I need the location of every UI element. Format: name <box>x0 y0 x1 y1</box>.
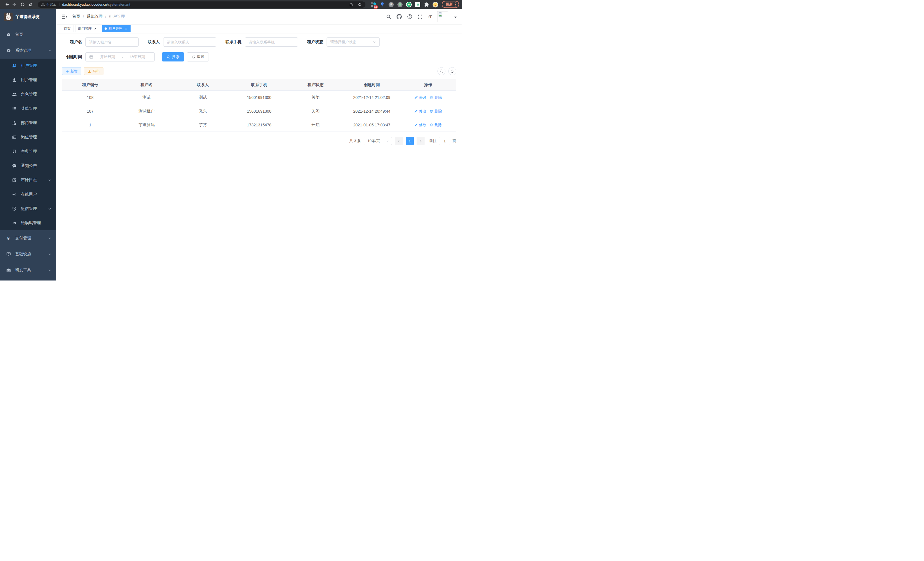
tenant-page: 租户名 联系人 联系手机 租户状态 请选择租户状态 <box>56 33 462 281</box>
sidebar: 芋道管理系统 首页 系统管理 租户管理 用户管理 角色管理 菜单管理 部门管理 … <box>0 9 56 281</box>
sidebar-item-audit-log[interactable]: 审计日志 <box>0 173 56 187</box>
table-row: 108 测试 测试 15601691300 关闭 2021-12-14 21:0… <box>62 91 456 104</box>
tenant-name-input[interactable] <box>89 38 135 46</box>
share-icon[interactable] <box>349 3 353 7</box>
table-header: 租户编号 租户名 联系人 联系手机 租户状态 创建时间 操作 <box>62 79 456 91</box>
breadcrumb-home[interactable]: 首页 <box>72 14 80 19</box>
delete-link[interactable]: 删除 <box>430 109 442 114</box>
tab-tenant[interactable]: 租户管理 <box>102 25 130 32</box>
extension-recorder-icon[interactable] <box>397 2 403 8</box>
browser-forward-button[interactable] <box>11 1 18 8</box>
browser-update-button[interactable]: 更新 <box>442 1 459 8</box>
page-number-1[interactable]: 1 <box>406 137 414 145</box>
header-search-icon[interactable] <box>386 14 391 19</box>
sidebar-item-devtools[interactable]: 研发工具 <box>0 262 56 278</box>
page-unit-label: 页 <box>453 138 456 144</box>
avatar-dropdown-caret[interactable] <box>454 17 457 20</box>
breadcrumb-separator: / <box>105 14 106 19</box>
system-submenu: 租户管理 用户管理 角色管理 菜单管理 部门管理 岗位管理 字典管理 通知公告 … <box>0 59 56 230</box>
team-icon <box>12 92 16 97</box>
yen-icon: ¥ <box>6 236 11 241</box>
edit-link[interactable]: 修改 <box>414 122 426 128</box>
extension-y-icon[interactable]: y <box>406 2 412 8</box>
table-body: 108 测试 测试 15601691300 关闭 2021-12-14 21:0… <box>62 91 456 132</box>
sidebar-item-system[interactable]: 系统管理 <box>0 43 56 59</box>
status-select[interactable]: 请选择租户状态 <box>327 38 380 47</box>
add-button[interactable]: 新增 <box>62 67 81 75</box>
sidebar-item-infra[interactable]: 基础设施 <box>0 246 56 262</box>
sidebar-item-menu[interactable]: 菜单管理 <box>0 102 56 116</box>
sidebar-item-notice[interactable]: 通知公告 <box>0 159 56 173</box>
browser-menu-icon[interactable] <box>455 2 456 7</box>
page-size-select[interactable]: 10条/页 <box>364 137 392 145</box>
sidebar-collapse-icon[interactable] <box>61 13 68 20</box>
extension-balloon-icon[interactable] <box>380 2 385 8</box>
contact-input[interactable] <box>167 38 213 46</box>
edit-icon <box>414 110 418 113</box>
extension-devtools-icon[interactable]: 10 <box>370 2 376 8</box>
extensions-puzzle-icon[interactable] <box>424 2 429 8</box>
reset-button[interactable]: 重置 <box>187 52 209 62</box>
profile-avatar-icon[interactable] <box>433 2 438 8</box>
edit-link[interactable]: 修改 <box>414 109 426 114</box>
pagination: 共 3 条 10条/页 1 前往 页 <box>62 137 456 145</box>
sidebar-item-error-code[interactable]: 错误码管理 <box>0 216 56 230</box>
next-page-button[interactable] <box>417 137 424 145</box>
url-text: dashboard.yudao.iocoder.cn/system/tenant <box>62 3 130 7</box>
edit-link[interactable]: 修改 <box>414 95 426 100</box>
create-time-range-picker[interactable]: 开始日期 - 结束日期 <box>86 52 154 62</box>
fullscreen-icon[interactable] <box>418 14 423 19</box>
list-icon <box>12 106 16 111</box>
rabbit-logo-icon <box>4 13 13 21</box>
delete-link[interactable]: 删除 <box>430 122 442 128</box>
edit-icon <box>414 96 418 99</box>
avatar[interactable] <box>437 11 448 22</box>
github-icon[interactable] <box>397 14 402 19</box>
sidebar-item-sms[interactable]: 短信管理 <box>0 202 56 216</box>
bookmark-star-icon[interactable] <box>358 2 362 7</box>
browser-toolbar: 不安全 dashboard.yudao.iocoder.cn/system/te… <box>0 0 462 9</box>
sidebar-item-user[interactable]: 用户管理 <box>0 73 56 87</box>
mobile-input[interactable] <box>249 38 294 46</box>
tab-dept[interactable]: 部门管理 <box>75 25 100 32</box>
sidebar-item-dept[interactable]: 部门管理 <box>0 116 56 130</box>
sidebar-item-post[interactable]: 岗位管理 <box>0 130 56 144</box>
tenant-name-label: 租户名 <box>62 39 82 45</box>
goto-page-input[interactable] <box>439 137 450 145</box>
export-button[interactable]: 导出 <box>84 67 104 75</box>
close-icon[interactable] <box>124 27 128 31</box>
table-row: 107 测试租户 秃头 15601691300 关闭 2021-12-14 20… <box>62 104 456 118</box>
trash-icon <box>430 110 433 113</box>
sidebar-item-dict[interactable]: 字典管理 <box>0 144 56 159</box>
trash-icon <box>430 96 433 99</box>
post-icon <box>12 135 16 140</box>
breadcrumb-current: 租户管理 <box>109 14 125 19</box>
sidebar-item-pay[interactable]: ¥ 支付管理 <box>0 230 56 246</box>
refresh-table-button[interactable] <box>448 67 456 75</box>
dashboard-icon <box>6 32 11 37</box>
browser-reload-button[interactable] <box>19 1 26 8</box>
help-icon[interactable] <box>407 14 412 19</box>
search-button[interactable]: 搜索 <box>162 52 184 62</box>
security-status[interactable]: 不安全 <box>41 2 56 7</box>
extension-command-icon[interactable]: ⌘ <box>388 2 394 8</box>
hide-search-button[interactable] <box>437 67 446 75</box>
sidebar-item-role[interactable]: 角色管理 <box>0 87 56 102</box>
tab-home[interactable]: 首页 <box>61 25 74 32</box>
sidebar-item-online-user[interactable]: 在线用户 <box>0 187 56 202</box>
code-icon <box>12 221 16 226</box>
delete-link[interactable]: 删除 <box>430 95 442 100</box>
breadcrumb-system[interactable]: 系统管理 <box>87 14 103 19</box>
chevron-down-icon <box>48 253 51 256</box>
browser-home-button[interactable] <box>27 1 34 8</box>
extension-chat-icon[interactable] <box>415 2 421 8</box>
sidebar-item-home[interactable]: 首页 <box>0 27 56 43</box>
browser-back-button[interactable] <box>3 1 10 8</box>
address-bar[interactable]: 不安全 dashboard.yudao.iocoder.cn/system/te… <box>38 2 365 8</box>
sidebar-item-tenant[interactable]: 租户管理 <box>0 59 56 73</box>
close-icon[interactable] <box>93 27 97 31</box>
app-logo[interactable]: 芋道管理系统 <box>0 9 56 25</box>
prev-page-button[interactable] <box>395 137 403 145</box>
users-icon <box>12 63 16 68</box>
font-size-icon[interactable]: тT <box>428 14 432 19</box>
